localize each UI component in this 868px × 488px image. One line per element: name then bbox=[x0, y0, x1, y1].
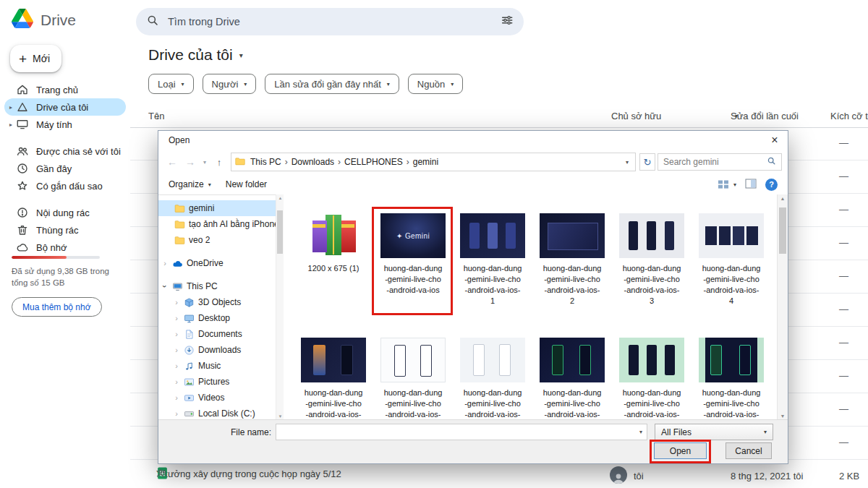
sidebar-item[interactable]: Được chia sẻ với tôi bbox=[4, 142, 126, 160]
filter-chip[interactable]: Người ▾ bbox=[203, 74, 257, 94]
tree-item[interactable]: › Desktop bbox=[158, 310, 276, 326]
file-thumbnail bbox=[540, 338, 605, 382]
file-thumbnail-item[interactable]: huong-dan-dung -gemini-live-cho -android… bbox=[453, 213, 532, 338]
chevron-down-icon: ▾ bbox=[387, 81, 390, 87]
expander-icon[interactable]: › bbox=[161, 259, 169, 267]
column-owner[interactable]: Chủ sở hữu bbox=[611, 106, 661, 127]
address-chevron-icon[interactable]: ▾ bbox=[623, 159, 631, 166]
cancel-button[interactable]: Cancel bbox=[726, 442, 772, 459]
file-thumbnail-item[interactable]: huong-dan-dung -gemini-live-cho -android… bbox=[373, 213, 453, 338]
dialog-search-box[interactable]: Search gemini bbox=[658, 153, 782, 171]
tree-item[interactable]: › Documents bbox=[158, 326, 276, 342]
expander-icon[interactable]: › bbox=[173, 298, 180, 307]
breadcrumb-item[interactable]: CELLPHONES bbox=[341, 157, 407, 167]
brand-name: Drive bbox=[41, 12, 76, 29]
preview-pane-icon[interactable] bbox=[745, 179, 757, 191]
expander-icon[interactable]: › bbox=[173, 393, 180, 402]
expander-icon[interactable]: › bbox=[173, 377, 180, 386]
organize-button[interactable]: Organize▾ bbox=[169, 179, 211, 189]
file-name-input[interactable] bbox=[276, 424, 647, 440]
file-type-select[interactable]: All Files ▾ bbox=[655, 424, 773, 440]
refresh-icon[interactable]: ↻ bbox=[639, 153, 655, 171]
tree-item[interactable]: › 3D Objects bbox=[158, 294, 276, 310]
tree-item[interactable]: › Pictures bbox=[158, 374, 276, 390]
files-scrollbar[interactable]: ▲ ▼ bbox=[777, 194, 788, 420]
file-thumbnail-item[interactable]: huong-dan-dung -gemini-live-cho -android… bbox=[612, 213, 692, 338]
new-button[interactable]: + Mới bbox=[10, 45, 61, 72]
sidebar-item[interactable]: Bộ nhớ bbox=[4, 239, 126, 256]
file-thumbnail-item[interactable]: huong-dan-dung -gemini-live-cho -android… bbox=[532, 338, 612, 420]
scroll-down-icon[interactable]: ▼ bbox=[778, 414, 788, 419]
filter-chip[interactable]: Loại ▾ bbox=[148, 74, 194, 94]
tree-item[interactable]: › Videos bbox=[158, 390, 276, 406]
search-icon bbox=[767, 156, 776, 168]
file-thumbnail-item[interactable]: 868 x 488 (1) bbox=[294, 213, 373, 338]
tree-item[interactable]: gemini bbox=[158, 200, 276, 216]
tree-item[interactable]: veo 2 bbox=[158, 232, 276, 248]
file-thumbnail bbox=[301, 338, 366, 382]
column-size[interactable]: Kích cỡ tệp bbox=[830, 106, 868, 127]
tree-item[interactable]: › This PC bbox=[158, 278, 276, 294]
view-selector-button[interactable]: ▾ bbox=[718, 179, 736, 189]
file-thumbnail-item[interactable]: huong-dan-dung -gemini-live-cho -android… bbox=[532, 213, 612, 338]
file-thumbnail-item[interactable]: huong-dan-dung -gemini-live-cho -android… bbox=[373, 338, 453, 420]
breadcrumb-item[interactable]: Downloads bbox=[288, 157, 338, 167]
filter-chip[interactable]: Nguồn ▾ bbox=[408, 74, 463, 94]
file-caption: huong-dan-dung -gemini-live-cho -android… bbox=[692, 263, 771, 307]
tune-icon[interactable] bbox=[501, 14, 514, 30]
file-thumbnail-item[interactable]: huong-dan-dung -gemini-live-cho -android… bbox=[453, 338, 532, 420]
tree-item[interactable]: › Downloads bbox=[158, 342, 276, 358]
sidebar-item[interactable]: Có gắn dấu sao bbox=[4, 177, 126, 194]
sidebar-icon bbox=[16, 118, 29, 131]
page-title[interactable]: Drive của tôi ▾ bbox=[148, 46, 243, 64]
file-thumbnail bbox=[460, 213, 525, 258]
expander-icon[interactable]: › bbox=[173, 346, 180, 354]
scroll-up-icon[interactable]: ▲ bbox=[778, 196, 788, 201]
tree-item[interactable]: tạo ảnh AI bằng iPhone bbox=[158, 216, 276, 232]
sidebar-item-label: Gần đây bbox=[36, 163, 72, 174]
file-thumbnail-item[interactable]: huong-dan-dung -gemini-live-cho -android… bbox=[294, 338, 373, 420]
close-icon[interactable]: × bbox=[762, 131, 788, 150]
tree-item[interactable]: › Local Disk (C:) bbox=[158, 406, 276, 420]
new-folder-button[interactable]: New folder bbox=[226, 179, 267, 189]
tree-icon bbox=[184, 313, 195, 324]
filter-chip[interactable]: Lần sửa đổi gần đây nhất ▾ bbox=[265, 74, 399, 94]
sidebar-item[interactable]: Trang chủ bbox=[4, 81, 126, 98]
up-button[interactable]: ↑ bbox=[211, 157, 227, 168]
sidebar-item[interactable]: Nội dung rác bbox=[4, 204, 126, 221]
expander-icon[interactable]: › bbox=[173, 314, 180, 322]
help-icon[interactable]: ? bbox=[765, 179, 778, 191]
back-button[interactable]: ← bbox=[164, 156, 180, 168]
tree-item[interactable]: › Music bbox=[158, 358, 276, 374]
expander-icon[interactable]: › bbox=[173, 330, 180, 338]
tree-item-label: Local Disk (C:) bbox=[198, 408, 255, 419]
row-size: — bbox=[839, 337, 848, 348]
tree-item[interactable]: › OneDrive bbox=[158, 255, 276, 271]
history-chevron-icon[interactable]: ▾ bbox=[200, 159, 209, 166]
drive-search-bar[interactable]: Tìm trong Drive bbox=[136, 8, 524, 35]
new-button-label: Mới bbox=[33, 53, 50, 64]
file-grid: 868 x 488 (1) huong-dan-dung -gemini-li… bbox=[294, 213, 771, 420]
scrollbar-thumb[interactable] bbox=[779, 207, 786, 254]
sidebar-item[interactable]: Thùng rác bbox=[4, 221, 126, 239]
file-thumbnail-item[interactable]: huong-dan-dung -gemini-live-cho -android… bbox=[612, 338, 692, 420]
expander-icon[interactable]: › bbox=[161, 283, 169, 290]
chevron-down-icon: ▾ bbox=[764, 429, 767, 435]
sidebar-item[interactable]: ▸ Drive của tôi bbox=[4, 98, 126, 116]
tree-item-label: Videos bbox=[198, 393, 224, 403]
address-bar[interactable]: This PC›Downloads›CELLPHONES›gemini ▾ bbox=[231, 153, 636, 171]
expander-icon[interactable]: › bbox=[173, 361, 180, 370]
sidebar-icon bbox=[16, 179, 29, 192]
expander-icon[interactable]: › bbox=[173, 409, 180, 418]
buy-storage-button[interactable]: Mua thêm bộ nhớ bbox=[12, 297, 102, 317]
file-thumbnail bbox=[540, 213, 605, 258]
breadcrumb-item[interactable]: gemini bbox=[409, 157, 442, 167]
breadcrumb-item[interactable]: This PC bbox=[247, 157, 285, 167]
forward-button[interactable]: → bbox=[182, 156, 198, 168]
scrollbar-thumb[interactable] bbox=[277, 210, 283, 254]
sidebar-item[interactable]: Gần đây bbox=[4, 160, 126, 177]
file-thumbnail-item[interactable]: huong-dan-dung -gemini-live-cho -android… bbox=[692, 213, 771, 338]
sidebar-item[interactable]: ▸ Máy tính bbox=[4, 116, 126, 133]
open-button[interactable]: Open bbox=[654, 442, 707, 459]
file-thumbnail-item[interactable]: huong-dan-dung -gemini-live-cho -android… bbox=[692, 338, 771, 420]
